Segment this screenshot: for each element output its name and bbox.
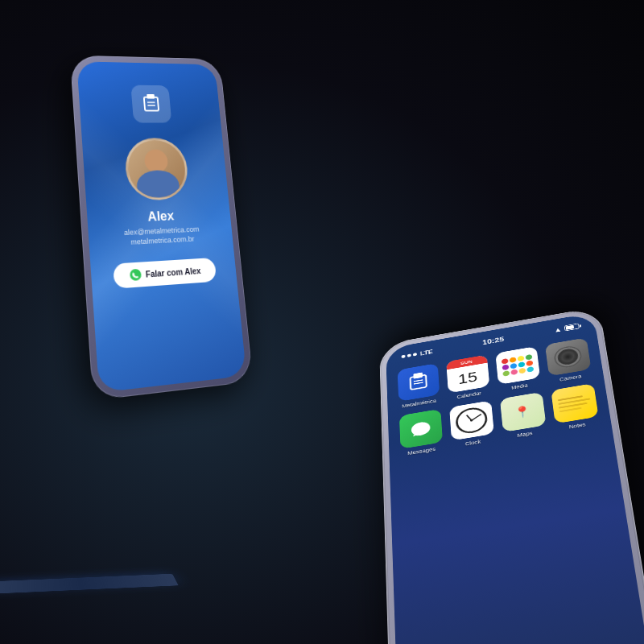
app-icon-calendar[interactable]: Sun 15 [446, 355, 489, 394]
media-dot [525, 354, 532, 361]
app-icon-clock[interactable] [449, 400, 494, 440]
app-item-camera[interactable]: Camera [544, 337, 592, 384]
svg-rect-5 [413, 373, 423, 379]
battery-icon [564, 323, 580, 331]
contact-app-icon [130, 85, 171, 123]
app-item-notes[interactable]: Notes [550, 383, 600, 432]
app-item-messages[interactable]: Messages [398, 409, 444, 457]
status-signal: LTE [401, 349, 433, 360]
calendar-day: 15 [457, 365, 478, 391]
app-item-calendar[interactable]: Sun 15 Calendar [445, 355, 490, 402]
media-dot [517, 356, 524, 362]
contact-email2: metalmetrica.com.br [130, 235, 195, 246]
app-icon-notes[interactable] [551, 383, 598, 423]
clock-face [455, 406, 488, 436]
media-dot [510, 363, 517, 369]
media-dot [518, 361, 525, 368]
signal-dot-3 [413, 353, 417, 356]
avatar-face [126, 140, 188, 199]
app-icon-maps[interactable]: 📍 [500, 392, 546, 432]
app-item-media[interactable]: Media [495, 346, 542, 393]
maps-pin: 📍 [513, 404, 531, 420]
svg-line-6 [413, 380, 422, 382]
svg-line-7 [414, 382, 423, 384]
app-label-clock: Clock [465, 439, 481, 447]
media-dot [502, 365, 509, 371]
app-label-calendar: Calendar [456, 390, 481, 400]
app-icon-messages[interactable] [399, 409, 443, 449]
svg-rect-0 [144, 97, 159, 111]
app-icon-metalmetrica[interactable] [397, 363, 440, 402]
media-dot [502, 370, 510, 377]
phone-front: LTE 10:25 ▲ [379, 307, 644, 644]
app-item-maps[interactable]: 📍 Maps [499, 392, 547, 441]
clock-center [469, 419, 473, 422]
contact-name: Alex [147, 209, 175, 225]
app-icon-media[interactable] [495, 346, 540, 385]
contact-call-button[interactable]: Falar com Alex [113, 258, 217, 289]
app-item-metalmetrica[interactable]: Metalmétrica [397, 363, 440, 410]
app-label-maps: Maps [517, 430, 533, 438]
network-type: LTE [420, 349, 433, 357]
phone-back-screen: Alex alex@metalmetrica.com metalmetrica.… [76, 61, 246, 393]
app-label-messages: Messages [407, 446, 436, 456]
phone-front-screen: LTE 10:25 ▲ [386, 312, 644, 644]
signal-dot-1 [402, 354, 406, 357]
media-dot [526, 360, 533, 366]
svg-rect-1 [147, 94, 155, 99]
status-right-icons: ▲ [554, 323, 580, 334]
call-button-label: Falar com Alex [146, 266, 201, 279]
status-time: 10:25 [482, 335, 505, 346]
contact-avatar [123, 138, 190, 201]
app-label-notes: Notes [568, 422, 585, 430]
media-dot [509, 357, 516, 363]
battery-fill [566, 325, 574, 330]
camera-lens [554, 345, 580, 368]
app-icon-camera[interactable] [545, 337, 591, 376]
media-dot [510, 369, 518, 375]
app-label-camera: Camera [559, 374, 582, 382]
notes-lines [551, 388, 598, 419]
media-dot [518, 368, 526, 374]
media-dots-grid [495, 349, 539, 382]
media-dot [501, 358, 508, 365]
signal-dot-2 [407, 353, 411, 357]
app-item-clock[interactable]: Clock [448, 400, 495, 448]
wifi-icon: ▲ [554, 325, 563, 333]
app-label-media: Media [511, 382, 528, 390]
media-dot [526, 366, 534, 373]
phone-front-frame: LTE 10:25 ▲ [379, 307, 644, 644]
phone-icon [129, 269, 141, 281]
